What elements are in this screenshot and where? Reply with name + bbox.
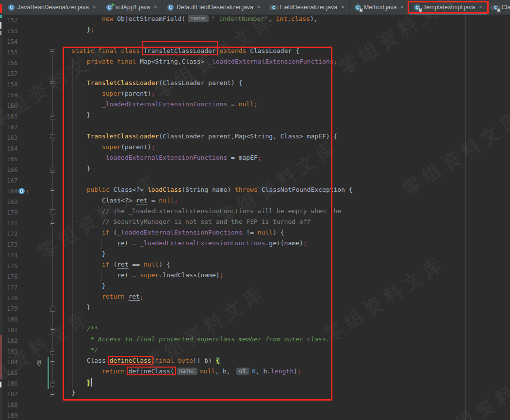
fold-collapse-icon[interactable] [50,209,55,216]
code-line-169[interactable]: 169 Class<?> ret = null; [0,197,510,207]
code-text: /** [56,325,98,336]
ide-window: CJavaBeanDeserializer.java✕CvulApp1.java… [0,0,510,420]
code-text: } [56,250,106,261]
code-line-182[interactable]: 182 * Access to final protected supercla… [0,336,510,346]
code-line-159[interactable]: 159 super(parent); [0,90,510,101]
code-line-158[interactable]: 158 TransletClassLoader(ClassLoader pare… [0,79,510,90]
locked-class-icon: C [413,4,421,11]
code-lines: 152 new ObjectStreamField(name:"_indentN… [0,15,510,420]
line-number: 177 [7,284,18,291]
code-line-186[interactable]: 186 } [0,378,510,389]
tab-label: vulApp1.java [115,4,150,11]
tab-close-icon[interactable]: ✕ [92,5,96,10]
tab-Class[interactable]: (C)Class [488,0,510,15]
navigate-up-arrow-icon: ↑ [26,186,29,196]
code-line-174[interactable]: 174 } [0,250,510,261]
code-line-161[interactable]: 161 } [0,111,510,122]
annotation-boxed-text: defineClass( [129,368,174,375]
code-line-188[interactable]: 188 [0,400,510,410]
code-line-172[interactable]: 172 if (_loadedExternalExtensionFunction… [0,229,510,239]
code-line-181[interactable]: 181 /** [0,325,510,336]
fold-collapse-icon[interactable] [50,327,55,333]
tab-close-icon[interactable]: ✕ [257,5,261,10]
tab-JavaBeanDeserializer.java[interactable]: CJavaBeanDeserializer.java✕ [3,0,101,15]
line-number: 186 [7,380,18,387]
code-text: */ [56,346,98,357]
line-number: 175 [7,262,18,269]
code-text: return ret; [56,293,144,303]
parameter-hint: name: [177,368,197,375]
code-text: TransletClassLoader(ClassLoader parent) … [56,79,243,90]
code-line-152[interactable]: 152 new ObjectStreamField(name:"_indentN… [0,15,510,26]
fold-end-icon[interactable] [50,113,55,119]
code-line-177[interactable]: 177 } [0,282,510,293]
fold-collapse-icon[interactable] [50,359,55,365]
tab-TemplatesImpl.java[interactable]: CTemplatesImpl.java✕ [409,0,487,15]
line-number: 184 [7,358,18,366]
code-line-168[interactable]: 168↑ public Class<?> loadClass(String na… [0,186,510,197]
fold-collapse-icon[interactable] [50,134,55,141]
code-line-185[interactable]: 185 return defineClass(name:null, b, off… [0,368,510,378]
code-text: // SecurityManager is not set and the FS… [56,218,311,229]
tab-close-icon[interactable]: ✕ [153,5,157,10]
line-number: 172 [7,230,18,237]
fold-end-icon[interactable] [50,305,55,312]
code-line-157[interactable]: 157 [0,68,510,79]
code-text: return defineClass(name:null, b, off:0, … [56,368,301,378]
code-line-155[interactable]: 155 static final class TransletClassLoad… [0,47,510,58]
code-line-166[interactable]: 166 } [0,165,510,175]
line-number: 173 [7,241,18,248]
fold-end-icon[interactable] [50,220,55,226]
code-text: _loadedExternalExtensionFunctions = mapE… [56,154,262,165]
line-number: 159 [7,91,18,99]
code-line-183[interactable]: 183 */ [0,346,510,357]
tab-label: DefaultFieldDeserializer.java [177,4,253,11]
code-line-165[interactable]: 165 _loadedExternalExtensionFunctions = … [0,154,510,165]
code-line-175[interactable]: 175 if (ret == null) { [0,261,510,271]
fold-end-icon[interactable] [50,167,55,173]
fold-end-icon[interactable] [50,391,55,397]
code-line-187[interactable]: 187 } [0,389,510,400]
code-line-176[interactable]: 176 ret = super.loadClass(name); [0,271,510,282]
code-line-189[interactable]: 189 [0,410,510,420]
tab-close-icon[interactable]: ✕ [478,5,482,10]
code-line-180[interactable]: 180 [0,314,510,325]
tab-FieldDeserializer.java[interactable]: (C)FieldDeserializer.java✕ [265,0,349,15]
fold-end-icon[interactable] [50,348,55,354]
fold-collapse-icon[interactable] [50,81,55,87]
code-line-173[interactable]: 173 ret = _loadedExternalExtensionFuncti… [0,239,510,250]
code-text: if (ret == null) { [56,261,170,271]
code-line-160[interactable]: 160 _loadedExternalExtensionFunctions = … [0,101,510,111]
fold-end-icon[interactable] [50,380,55,386]
change-marker-bar [48,357,49,368]
code-editor[interactable]: 152 new ObjectStreamField(name:"_indentN… [0,15,510,420]
line-number: 182 [7,337,18,344]
code-text: Class<?> ret = null; [56,197,178,207]
tab-label: FieldDeserializer.java [280,4,337,11]
code-line-170[interactable]: 170 // The _loadedExternalExtensionFunct… [0,207,510,218]
code-line-153[interactable]: 153 }; [0,26,510,36]
code-line-164[interactable]: 164 super(parent); [0,143,510,154]
code-line-162[interactable]: 162 [0,122,510,133]
fold-collapse-icon[interactable] [50,49,55,55]
code-text: } [56,282,106,293]
code-line-184[interactable]: 184@ Class defineClass(final byte[] b) { [0,357,510,368]
tab-close-icon[interactable]: ✕ [341,5,345,10]
tab-DefaultFieldDeserializer.java[interactable]: CDefaultFieldDeserializer.java✕ [163,0,266,15]
code-text: TransletClassLoader(ClassLoader parent,M… [56,133,337,143]
library-class-icon: (C) [270,4,277,11]
overrides-method-icon[interactable] [18,188,25,194]
change-marker-bar [48,378,49,389]
code-line-179[interactable]: 179 } [0,303,510,314]
tab-Method.java[interactable]: CMethod.java✕ [350,0,410,15]
tab-vulApp1.java[interactable]: CvulApp1.java✕ [101,0,163,15]
code-line-154[interactable]: 154 [0,36,510,47]
code-line-171[interactable]: 171 // SecurityManager is not set and th… [0,218,510,229]
code-line-156[interactable]: 156 private final Map<String,Class> _loa… [0,58,510,68]
code-line-167[interactable]: 167 [0,175,510,186]
code-line-163[interactable]: 163 TransletClassLoader(ClassLoader pare… [0,133,510,143]
code-line-178[interactable]: 178 return ret; [0,293,510,303]
annotation-boxed-text: TransletClassLoader [144,47,216,54]
fold-collapse-icon[interactable] [50,188,55,194]
tab-close-icon[interactable]: ✕ [400,5,404,10]
